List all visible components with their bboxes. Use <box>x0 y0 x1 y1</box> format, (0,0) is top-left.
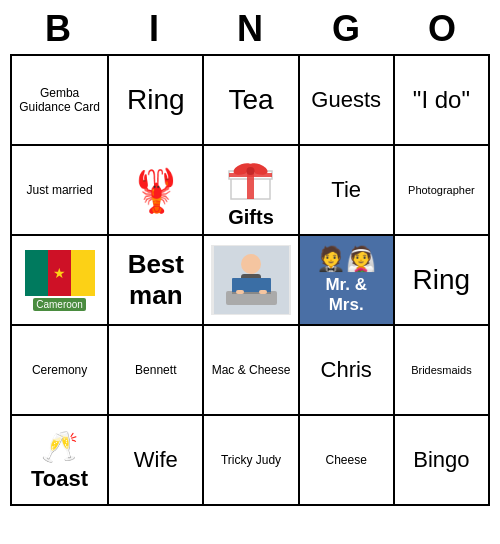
cell-r3c2-bestman: Best man <box>107 236 202 324</box>
cell-r5c5: Bingo <box>393 416 488 504</box>
title-b: B <box>28 8 88 50</box>
cell-r3c5: Ring <box>393 236 488 324</box>
cell-r3c3-person <box>202 236 297 324</box>
cell-r4c3: Mac & Cheese <box>202 326 297 414</box>
cell-r5c1-toast: 🥂 Toast <box>12 416 107 504</box>
title-i: I <box>124 8 184 50</box>
cameroon-label: Cameroon <box>33 298 86 311</box>
title-o: O <box>412 8 472 50</box>
svg-point-8 <box>241 254 261 274</box>
cell-r5c4: Cheese <box>298 416 393 504</box>
gifts-label: Gifts <box>228 206 274 229</box>
cell-r3c1-cameroon: ★ Cameroon <box>12 236 107 324</box>
flag-star: ★ <box>53 265 66 281</box>
mr-mrs-content: 🤵👰 Mr. & Mrs. <box>300 236 393 324</box>
person-laptop-icon <box>214 246 289 314</box>
cell-r1c4: Guests <box>298 56 393 144</box>
cell-r1c2: Ring <box>107 56 202 144</box>
cell-r2c5: Photographer <box>393 146 488 234</box>
mr-mrs-icons: 🤵👰 <box>316 245 376 273</box>
cell-r1c5: "I do" <box>393 56 488 144</box>
title-n: N <box>220 8 280 50</box>
svg-rect-13 <box>236 290 244 294</box>
bingo-row-3: ★ Cameroon Best man <box>12 234 488 324</box>
bingo-title: B I N G O <box>10 0 490 54</box>
flag-red: ★ <box>48 250 71 296</box>
gift-icon <box>223 151 278 206</box>
cell-r1c3: Tea <box>202 56 297 144</box>
cell-r4c2: Bennett <box>107 326 202 414</box>
flag-yellow <box>71 250 94 296</box>
cell-r2c4: Tie <box>298 146 393 234</box>
bingo-row-1: Gemba Guidance Card Ring Tea Guests "I d… <box>12 56 488 144</box>
bingo-row-5: 🥂 Toast Wife Tricky Judy Cheese Bingo <box>12 414 488 504</box>
cell-r2c1: Just married <box>12 146 107 234</box>
title-g: G <box>316 8 376 50</box>
cell-r2c3-gifts: Gifts <box>202 146 297 234</box>
cell-r4c5: Bridesmaids <box>393 326 488 414</box>
cell-r4c4: Chris <box>298 326 393 414</box>
toast-glasses-icon: 🥂 <box>41 429 78 464</box>
bingo-grid: Gemba Guidance Card Ring Tea Guests "I d… <box>10 54 490 506</box>
person-at-laptop <box>211 245 291 315</box>
cell-r3c4-mr-mrs: 🤵👰 Mr. & Mrs. <box>298 236 393 324</box>
bingo-row-2: Just married 🦞 <box>12 144 488 234</box>
bingo-row-4: Ceremony Bennett Mac & Cheese Chris Brid… <box>12 324 488 414</box>
toast-label: Toast <box>31 466 88 492</box>
cell-r5c3: Tricky Judy <box>202 416 297 504</box>
mr-mrs-text: Mr. & Mrs. <box>306 275 387 315</box>
flag-green <box>25 250 48 296</box>
cell-r5c2: Wife <box>107 416 202 504</box>
cell-r4c1: Ceremony <box>12 326 107 414</box>
cameroon-flag: ★ <box>25 250 95 296</box>
svg-rect-14 <box>259 290 267 294</box>
cell-r2c2-lobster: 🦞 <box>107 146 202 234</box>
cell-r1c1: Gemba Guidance Card <box>12 56 107 144</box>
svg-point-6 <box>247 167 255 175</box>
